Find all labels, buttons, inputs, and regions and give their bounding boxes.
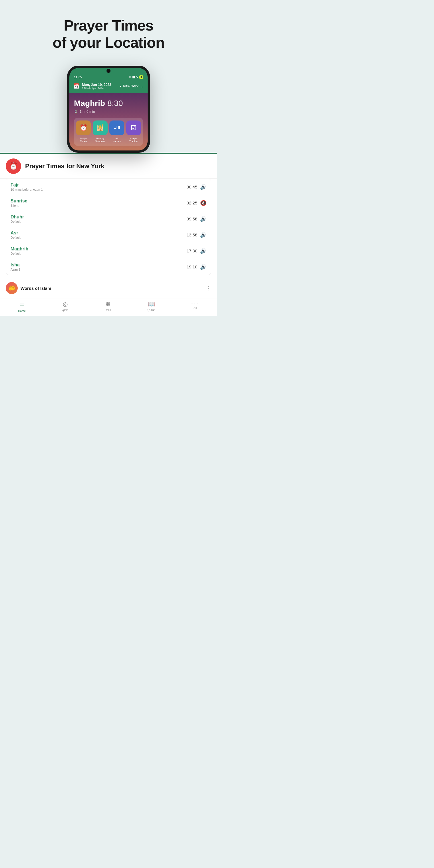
sunrise-name: Sunrise xyxy=(10,198,27,204)
nav-item-quran[interactable]: 📖 Quran xyxy=(147,301,155,313)
fajr-sub: 10 mins before, Azan 1 xyxy=(10,188,43,191)
wifi-icon: ∿ xyxy=(136,75,138,79)
isha-name: Isha xyxy=(10,262,20,268)
dhikr-nav-label: Dhikr xyxy=(104,308,111,311)
dhuhr-sound-icon[interactable]: 🔊 xyxy=(200,216,207,222)
calendar-icon: 📅 xyxy=(73,83,80,89)
vibrate-icon: ▩ xyxy=(132,75,135,79)
more-options-icon[interactable]: ⋮ xyxy=(140,84,144,88)
svg-rect-2 xyxy=(20,305,24,306)
camera-notch xyxy=(106,69,111,73)
maghrib-name: Maghrib xyxy=(10,246,28,252)
sunrise-sound-icon[interactable]: 🔇 xyxy=(200,200,207,206)
dhuhr-name: Dhuhr xyxy=(10,214,24,220)
alarm-icon: ⏰ xyxy=(6,158,21,174)
nav-item-dhikr[interactable]: ❁ Dhikr xyxy=(104,301,111,313)
qibla-nav-label: Qibla xyxy=(62,308,68,311)
countdown-text: 1 hr 6 min xyxy=(80,110,95,114)
status-icons: ∗ ▩ ∿ ▮ xyxy=(129,75,143,79)
prayer-main-display: Maghrib 8:30 ⏳ 1 hr 6 min ⏰ PrayerTimes … xyxy=(69,93,148,151)
maghrib-sound-icon[interactable]: 🔊 xyxy=(200,248,207,254)
next-prayer-time: 8:30 xyxy=(107,99,123,108)
next-prayer-name: Maghrib xyxy=(74,99,105,108)
status-time: 11:05 xyxy=(74,75,82,79)
words-more-options-icon[interactable]: ⋮ xyxy=(206,285,211,291)
quick-link-99-names[interactable]: الله 99names xyxy=(109,121,125,143)
quran-nav-label: Quran xyxy=(147,308,155,311)
dhuhr-time: 09:58 xyxy=(186,216,197,221)
home-nav-icon xyxy=(19,301,25,309)
99-names-label: 99names xyxy=(113,137,121,143)
quick-link-prayer-tracker[interactable]: ☑ PrayerTracker xyxy=(126,121,142,143)
bluetooth-icon: ∗ xyxy=(129,75,131,79)
camera-row xyxy=(69,68,148,74)
maghrib-time: 17:30 xyxy=(186,248,197,253)
asr-time: 13:58 xyxy=(186,232,197,237)
svg-rect-1 xyxy=(20,304,24,304)
next-prayer-row: Maghrib 8:30 xyxy=(74,99,143,108)
words-of-islam-title: Words of Islam xyxy=(21,286,51,291)
words-of-islam-section[interactable]: 🤲 Words of Islam ⋮ xyxy=(0,278,217,298)
quick-link-nearby-mosques[interactable]: 🕌 NearbyMosques xyxy=(93,121,108,143)
header-location-section: ● New York ⋮ xyxy=(119,84,144,88)
home-nav-label: Home xyxy=(18,310,26,313)
prayer-item-maghrib[interactable]: Maghrib Default 17:30 🔊 xyxy=(6,243,211,259)
prayer-item-dhuhr[interactable]: Dhuhr Default 09:58 🔊 xyxy=(6,211,211,227)
prayer-times-icon: ⏰ xyxy=(76,121,91,135)
bottom-navigation: Home ◎ Qibla ❁ Dhikr 📖 Quran • • • All xyxy=(0,298,217,316)
hero-title-line1: Prayer Times xyxy=(64,17,153,34)
prayer-item-isha[interactable]: Isha Azan 3 19:10 🔊 xyxy=(6,259,211,275)
hero-title: Prayer Times of your Location xyxy=(11,17,206,52)
location-pin-icon: ● xyxy=(119,84,121,88)
99-names-icon: الله xyxy=(110,121,124,135)
phone-container: 11:05 ∗ ▩ ∿ ▮ 📅 Mon, Jun 19, 2023 1 Dhu'… xyxy=(0,57,217,153)
isha-time: 19:10 xyxy=(186,265,197,269)
sunrise-sub: Silent xyxy=(10,204,27,207)
isha-sub: Azan 3 xyxy=(10,268,20,271)
dhuhr-sub: Default xyxy=(10,220,24,223)
nearby-mosques-icon: 🕌 xyxy=(93,121,107,135)
words-of-islam-icon: 🤲 xyxy=(6,282,18,294)
fajr-name: Fajr xyxy=(10,182,43,188)
location-name: New York xyxy=(123,84,138,88)
fajr-time: 00:45 xyxy=(186,184,197,189)
phone-mockup: 11:05 ∗ ▩ ∿ ▮ 📅 Mon, Jun 19, 2023 1 Dhu'… xyxy=(67,66,150,153)
countdown-row: ⏳ 1 hr 6 min xyxy=(74,110,143,114)
prayer-item-asr[interactable]: Asr Default 13:58 🔊 xyxy=(6,227,211,243)
nav-item-qibla[interactable]: ◎ Qibla xyxy=(62,301,68,313)
quran-nav-icon: 📖 xyxy=(148,301,155,308)
quick-links-grid: ⏰ PrayerTimes 🕌 NearbyMosques الله 99nam… xyxy=(74,118,143,146)
hero-title-line2: of your Location xyxy=(53,34,164,51)
all-nav-icon: • • • xyxy=(192,301,199,306)
prayer-tracker-label: PrayerTracker xyxy=(129,137,138,143)
asr-sub: Default xyxy=(10,236,21,239)
prayer-times-label: PrayerTimes xyxy=(80,137,87,143)
header-date-section: 📅 Mon, Jun 19, 2023 1 Dhu'l-Hijjah 1444 xyxy=(73,83,111,90)
asr-name: Asr xyxy=(10,230,21,236)
prayer-list: Fajr 10 mins before, Azan 1 00:45 🔊 Sunr… xyxy=(6,179,211,275)
status-bar: 11:05 ∗ ▩ ∿ ▮ xyxy=(69,74,148,81)
fajr-sound-icon[interactable]: 🔊 xyxy=(200,184,207,190)
qibla-nav-icon: ◎ xyxy=(63,301,68,308)
maghrib-sub: Default xyxy=(10,252,28,255)
asr-sound-icon[interactable]: 🔊 xyxy=(200,232,207,238)
prayer-tracker-icon: ☑ xyxy=(126,121,141,135)
header-date-text: Mon, Jun 19, 2023 1 Dhu'l-Hijjah 1444 xyxy=(82,83,111,90)
dhikr-nav-icon: ❁ xyxy=(106,301,111,308)
prayer-times-panel-title: Prayer Times for New York xyxy=(25,162,104,170)
all-nav-label: All xyxy=(194,306,197,310)
clock-icon: ⏳ xyxy=(74,110,78,114)
hero-section: Prayer Times of your Location xyxy=(0,0,217,57)
nearby-mosques-label: NearbyMosques xyxy=(95,137,105,143)
gregorian-date: Mon, Jun 19, 2023 xyxy=(82,83,111,87)
isha-sound-icon[interactable]: 🔊 xyxy=(200,264,207,270)
nav-item-home[interactable]: Home xyxy=(18,301,26,313)
prayer-times-panel: ⏰ Prayer Times for New York Fajr 10 mins… xyxy=(0,154,217,316)
hijri-date: 1 Dhu'l-Hijjah 1444 xyxy=(82,87,111,90)
prayer-item-fajr[interactable]: Fajr 10 mins before, Azan 1 00:45 🔊 xyxy=(6,179,211,195)
prayer-item-sunrise[interactable]: Sunrise Silent 02:25 🔇 xyxy=(6,195,211,211)
prayer-times-panel-header: ⏰ Prayer Times for New York xyxy=(0,154,217,179)
nav-item-all[interactable]: • • • All xyxy=(192,301,199,313)
sunrise-time: 02:25 xyxy=(186,200,197,205)
quick-link-prayer-times[interactable]: ⏰ PrayerTimes xyxy=(76,121,91,143)
